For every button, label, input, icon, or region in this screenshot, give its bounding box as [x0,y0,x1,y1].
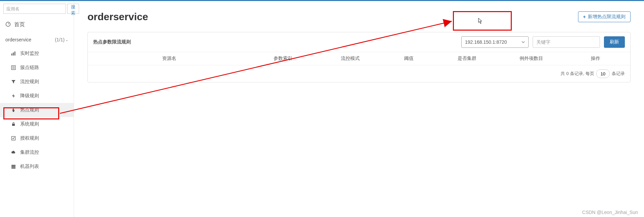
page-header: orderservice + 新增热点限流规则 [87,11,631,23]
sidebar-item-label: 降级规则 [20,93,39,99]
chevron-down-icon: ⌄ [65,38,68,42]
col-action: 操作 [566,56,625,62]
svg-rect-2 [11,53,12,56]
panel-footer: 共 0 条记录, 每页 条记录 [88,65,630,82]
footer-suffix: 条记录 [612,71,625,77]
sidebar-item-auth-rule[interactable]: 授权规则 [0,131,74,145]
sidebar-item-label: 流控规则 [20,79,39,85]
node-select[interactable]: 192.168.150.1:8720 [461,36,529,48]
footer-prefix: 共 0 条记录, 每页 [561,71,594,77]
fire-icon [11,108,16,112]
lock-icon [11,122,16,126]
add-hotspot-rule-button[interactable]: + 新增热点限流规则 [578,11,631,22]
panel-header: 热点参数限流规则 192.168.150.1:8720 刷新 [88,32,630,52]
sidebar-item-label: 簇点链路 [20,65,39,71]
filter-icon [11,79,16,84]
nav-app-count: (1/1) ⌄ [55,37,68,42]
plus-icon: + [583,14,586,20]
search-row: 搜索 [0,4,74,16]
sidebar-item-cluster-flow[interactable]: 集群流控 [0,145,74,159]
nav-app-name: orderservice [5,37,31,42]
nav-home[interactable]: 首页 [0,16,74,33]
server-icon [11,164,16,169]
cloud-icon [11,150,16,155]
sidebar-item-label: 热点规则 [20,107,39,113]
keyword-input[interactable] [533,36,600,48]
rules-panel: 热点参数限流规则 192.168.150.1:8720 刷新 资源名 参数索引 … [87,32,631,82]
sidebar-item-label: 系统规则 [20,121,39,127]
sidebar-item-cluster-link[interactable]: 簇点链路 [0,61,74,75]
sidebar-item-realtime[interactable]: 实时监控 [0,46,74,61]
refresh-button[interactable]: 刷新 [604,36,625,48]
col-mode: 流控模式 [321,56,380,62]
panel-title: 热点参数限流规则 [93,39,131,45]
sidebar-item-flow-rule[interactable]: 流控规则 [0,75,74,89]
sidebar-item-label: 授权规则 [20,135,39,141]
page-size-input[interactable] [596,69,610,78]
node-select-value: 192.168.150.1:8720 [465,39,507,45]
sidebar-item-label: 实时监控 [20,50,39,57]
add-hotspot-rule-label: 新增热点限流规则 [588,14,625,20]
check-square-icon [11,136,16,141]
flash-icon [11,94,16,98]
col-resource: 资源名 [93,56,245,62]
svg-rect-13 [11,168,15,169]
sidebar-item-degrade-rule[interactable]: 降级规则 [0,89,74,103]
app-search-input[interactable] [3,4,66,14]
col-param-index: 参数索引 [245,56,321,62]
col-threshold: 阈值 [380,56,438,62]
list-alt-icon [11,65,16,70]
sidebar-item-label: 集群流控 [20,149,39,155]
nav-app-count-text: (1/1) [55,37,65,42]
svg-rect-9 [12,124,15,126]
col-exceptions: 例外项数目 [496,56,566,62]
watermark: CSDN @Leon_Jinhai_Sun [582,210,638,215]
table-header: 资源名 参数索引 流控模式 阈值 是否集群 例外项数目 操作 [88,52,630,65]
sidebar: 搜索 首页 orderservice (1/1) ⌄ 实时监控 簇点链路 流控规… [0,1,74,217]
svg-rect-11 [11,165,15,166]
sidebar-item-label: 机器列表 [20,164,39,170]
bar-chart-icon [11,51,16,56]
dashboard-icon [5,22,11,28]
chevron-down-icon [522,39,525,45]
col-cluster: 是否集群 [438,56,496,62]
page-title: orderservice [87,11,148,23]
svg-line-1 [8,23,9,24]
sidebar-item-system-rule[interactable]: 系统规则 [0,117,74,131]
nav-app-toggle[interactable]: orderservice (1/1) ⌄ [0,33,74,46]
sidebar-item-hotspot-rule[interactable]: 热点规则 [0,103,74,117]
svg-rect-3 [13,52,14,56]
sidebar-item-machine-list[interactable]: 机器列表 [0,159,74,174]
svg-rect-4 [14,51,15,56]
svg-rect-12 [11,166,15,167]
main-content: orderservice + 新增热点限流规则 热点参数限流规则 192.168… [74,1,644,217]
nav-home-label: 首页 [14,21,25,28]
